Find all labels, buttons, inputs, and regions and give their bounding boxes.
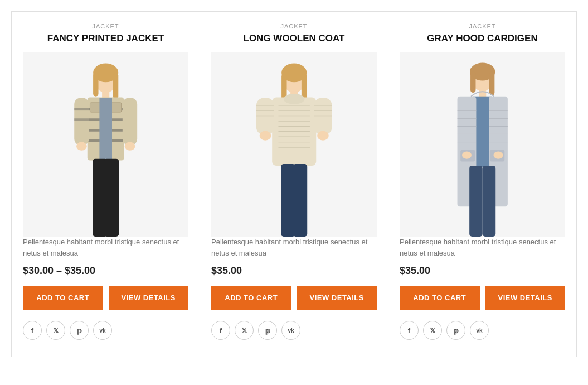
product-category-1: JACKET [23,23,188,30]
product-grid: JACKET FANCY PRINTED JACKET [11,11,577,357]
svg-rect-20 [104,159,119,237]
add-to-cart-button-1[interactable]: ADD TO CART [23,286,103,310]
svg-rect-51 [470,71,475,93]
vk-icon-3[interactable]: vk [470,321,489,340]
svg-point-69 [462,152,472,159]
svg-rect-16 [123,98,137,146]
svg-point-18 [124,142,135,151]
product-title-3: GRAY HOOD CARDIGEN [400,33,565,44]
svg-rect-41 [314,98,332,135]
pinterest-icon-3[interactable]: 𝕡 [446,321,465,340]
pinterest-icon-1[interactable]: 𝕡 [70,321,89,340]
svg-rect-3 [113,73,118,99]
product-price-3: $35.00 [400,265,430,277]
vk-icon-1[interactable]: vk [93,321,112,340]
svg-rect-48 [293,164,307,237]
product-category-3: JACKET [400,23,565,30]
svg-rect-71 [469,166,483,237]
svg-rect-47 [281,164,295,237]
svg-rect-2 [93,73,98,96]
product-title-2: LONG WOOLEN COAT [211,33,377,44]
svg-rect-12 [99,98,112,160]
svg-rect-52 [489,71,494,95]
product-description-1: Pellentesque habitant morbi tristique se… [23,237,188,258]
product-card-3: JACKET GRAY HOOD CARDIGEN [388,11,577,357]
product-buttons-2: ADD TO CART VIEW DETAILS [211,286,377,310]
product-category-2: JACKET [211,23,377,30]
twitter-icon-3[interactable]: 𝕏 [423,321,442,340]
svg-rect-15 [74,118,89,121]
facebook-icon-1[interactable]: f [23,321,42,340]
twitter-icon-2[interactable]: 𝕏 [235,321,254,340]
facebook-icon-2[interactable]: f [211,321,230,340]
pinterest-icon-2[interactable]: 𝕡 [258,321,277,340]
svg-rect-13 [74,98,89,146]
product-card-2: JACKET LONG WOOLEN COAT [200,11,388,357]
view-details-button-1[interactable]: VIEW DETAILS [109,286,189,310]
vk-icon-2[interactable]: vk [281,321,300,340]
view-details-button-3[interactable]: VIEW DETAILS [485,286,566,310]
svg-rect-72 [483,166,496,237]
product-buttons-3: ADD TO CART VIEW DETAILS [400,286,565,310]
add-to-cart-button-3[interactable]: ADD TO CART [400,286,480,310]
svg-rect-37 [256,98,274,135]
svg-rect-53 [479,89,486,97]
svg-point-17 [76,142,87,151]
social-icons-3: f 𝕏 𝕡 vk [400,321,565,340]
view-details-button-2[interactable]: VIEW DETAILS [297,286,377,310]
product-description-2: Pellentesque habitant morbi tristique se… [211,237,377,258]
product-image-3 [400,52,565,237]
svg-rect-14 [74,108,89,110]
social-icons-1: f 𝕏 𝕡 vk [23,321,188,340]
product-buttons-1: ADD TO CART VIEW DETAILS [23,286,188,310]
social-icons-2: f 𝕏 𝕡 vk [211,321,377,340]
product-title-1: FANCY PRINTED JACKET [23,33,188,44]
svg-point-36 [284,94,305,104]
product-price-1: $30.00 – $35.00 [23,265,95,277]
product-card-1: JACKET FANCY PRINTED JACKET [11,11,200,357]
svg-point-45 [259,131,271,141]
product-price-2: $35.00 [211,265,242,277]
add-to-cart-button-2[interactable]: ADD TO CART [211,286,291,310]
twitter-icon-1[interactable]: 𝕏 [46,321,65,340]
product-image-2 [211,52,377,237]
svg-rect-4 [102,90,109,98]
svg-point-46 [317,131,329,141]
product-description-3: Pellentesque habitant morbi tristique se… [400,237,565,258]
facebook-icon-3[interactable]: f [400,321,419,340]
svg-point-70 [493,152,503,159]
product-image-1 [23,52,188,237]
